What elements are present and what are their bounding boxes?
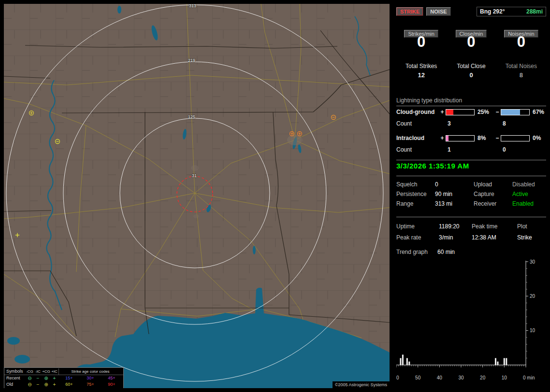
range-label: Range: [396, 200, 435, 207]
svg-text:10: 10: [530, 328, 536, 333]
squelch-value: 0: [435, 181, 474, 188]
trend-window-value: 60 min: [437, 249, 455, 255]
cloud-ground-count-row: Count 3 8: [396, 120, 546, 127]
trend-graph-label: Trend graph: [396, 249, 437, 255]
total-strikes-value: 12: [396, 72, 446, 79]
recent-pos-cg-icon: ⊕: [42, 375, 50, 381]
legend-divider: [58, 368, 59, 375]
uptime-label: Uptime: [396, 223, 439, 230]
ic-minus-bar: [501, 135, 530, 141]
map-legend: Symbols -CG -IC +CG +IC Strike age color…: [4, 367, 124, 388]
age-90: 90+: [101, 381, 122, 388]
settings-grid: Squelch 0 Upload Disabled Persistence 90…: [396, 181, 546, 207]
cloud-ground-row: Cloud-ground + 25% − 67%: [396, 109, 546, 115]
uptime-value: 1189:20: [439, 223, 472, 230]
total-close-value: 0: [446, 72, 496, 79]
peak-rate-value: 3/min: [439, 234, 472, 241]
count-label: Count: [396, 146, 439, 153]
svg-text:30: 30: [530, 260, 536, 265]
capture-label: Capture: [474, 191, 512, 197]
legend-old-label: Old: [4, 381, 26, 388]
ic-minus-pct: 0%: [530, 135, 546, 141]
upload-value: Disabled: [512, 181, 546, 188]
plot-value: Strike: [517, 234, 546, 241]
persistence-value: 90 min: [435, 191, 474, 197]
ic-plus-pct: 8%: [475, 135, 494, 141]
close-per-min-value: 0: [446, 39, 496, 45]
peak-time-value: 12:38 AM: [472, 234, 517, 241]
old-pos-cg-icon: ⊕: [42, 381, 50, 388]
svg-text:20: 20: [530, 294, 536, 299]
copyright: ©2005 Astrogenic Systems: [333, 381, 390, 388]
old-neg-cg-icon: ⊖: [26, 381, 34, 388]
totals-values-row: 12 0 8: [396, 72, 546, 79]
age-75: 75+: [80, 381, 101, 388]
age-30: 30+: [80, 375, 101, 381]
cg-minus-bar: [501, 109, 530, 115]
legend-symbols-title: Symbols: [4, 368, 26, 375]
range-ring-label: 219: [188, 58, 195, 63]
age-60: 60+: [58, 381, 80, 388]
distance-value: 288mi: [526, 8, 543, 15]
plot-label: Plot: [517, 223, 546, 230]
old-pos-ic-icon: +: [50, 381, 58, 388]
range-ring-label: 31: [192, 173, 197, 178]
count-label: Count: [396, 120, 439, 127]
trend-graph-header: Trend graph 60 min: [396, 249, 546, 255]
plus-sign: +: [439, 135, 446, 141]
total-noises-value: 8: [496, 72, 546, 79]
noise-mode-button[interactable]: NOISE: [426, 7, 450, 16]
persistence-label: Persistence: [396, 191, 435, 197]
peak-time-label: Peak time: [472, 223, 517, 230]
cloud-ground-label: Cloud-ground: [396, 109, 439, 115]
svg-text:40: 40: [437, 375, 443, 380]
datetime-display: 3/3/2026 1:35:19 AM: [396, 163, 546, 169]
legend-col-pos-ic: +IC: [50, 368, 58, 375]
ic-plus-bar: [446, 135, 475, 141]
svg-text:50: 50: [415, 375, 421, 380]
intracloud-row: Intracloud + 8% − 0%: [396, 135, 546, 141]
noises-per-min-value: 0: [496, 39, 546, 45]
cg-minus-pct: 67%: [530, 109, 546, 115]
distribution-title: Lightning type distribution: [396, 97, 546, 106]
svg-text:30: 30: [458, 375, 464, 380]
mode-toolbar: STRIKE NOISE Bng 292° 288mi: [396, 7, 546, 16]
cg-plus-bar: [446, 109, 475, 115]
strike-mode-button[interactable]: STRIKE: [396, 7, 423, 16]
range-ring-label: 125: [188, 114, 195, 119]
old-neg-ic-icon: −: [34, 381, 42, 388]
divider: [396, 160, 546, 160]
age-45: 45+: [101, 375, 122, 381]
receiver-value: Enabled: [512, 200, 546, 207]
cg-plus-bar-fill: [446, 110, 453, 115]
legend-col-neg-cg: -CG: [26, 368, 34, 375]
stats-grid: Uptime 1189:20 Peak time Plot Peak rate …: [396, 223, 546, 241]
minus-sign: −: [494, 135, 501, 141]
cg-minus-count: 8: [501, 120, 530, 127]
recent-neg-ic-icon: −: [34, 375, 42, 381]
trend-graph: 3020106050403020100 min: [396, 260, 546, 385]
cg-minus-bar-fill: [501, 110, 520, 115]
ic-minus-count: 0: [501, 146, 530, 153]
svg-text:0 min: 0 min: [523, 375, 535, 380]
age-15: 15+: [58, 375, 80, 381]
intracloud-count-row: Count 1 0: [396, 146, 546, 153]
map-canvas: [4, 4, 390, 388]
plus-sign: +: [439, 109, 446, 115]
recent-neg-cg-icon: ⊖: [26, 375, 34, 381]
bearing-readout: Bng 292° 288mi: [477, 7, 546, 16]
svg-text:20: 20: [480, 375, 486, 380]
divider: [396, 217, 546, 217]
rate-values-row: 0 0 0: [396, 39, 546, 45]
legend-col-neg-ic: -IC: [34, 368, 42, 375]
lightning-map[interactable]: 31 125 219 313 Symbols -CG -IC +CG +IC S…: [4, 4, 390, 388]
peak-rate-label: Peak rate: [396, 234, 439, 241]
total-noises-label: Total Noises: [496, 63, 546, 70]
range-ring-label: 313: [189, 4, 196, 8]
divider: [396, 176, 546, 176]
cg-plus-count: 3: [446, 120, 475, 127]
svg-text:10: 10: [502, 375, 507, 380]
bearing-value: Bng 292°: [480, 8, 505, 15]
cg-plus-pct: 25%: [475, 109, 494, 115]
capture-value: Active: [512, 191, 546, 197]
